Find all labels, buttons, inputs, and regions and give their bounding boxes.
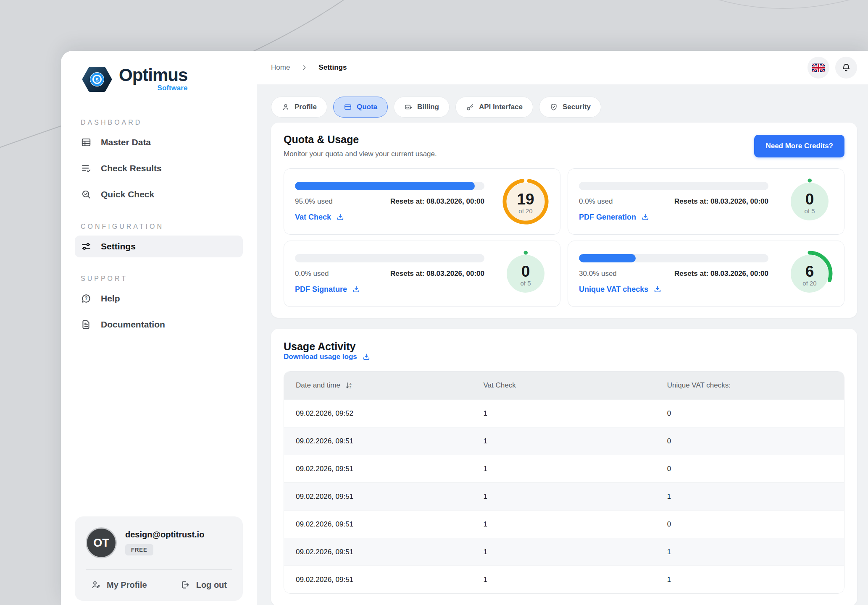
- cell-unique-vat: 0: [655, 409, 844, 418]
- quota-card-pdf-signature: 0.0% used Resets at: 08.03.2026, 00:00 P…: [284, 241, 560, 307]
- cell-vat-check: 1: [472, 409, 655, 418]
- brand-tagline: Software: [158, 84, 188, 92]
- resets-label: Resets at: 08.03.2026, 00:00: [674, 270, 768, 278]
- resets-label: Resets at: 08.03.2026, 00:00: [390, 197, 484, 206]
- my-profile-label: My Profile: [107, 580, 147, 590]
- logout-button[interactable]: Log out: [180, 580, 227, 590]
- sidebar-item-check-results[interactable]: Check Results: [75, 157, 243, 179]
- svg-text:0: 0: [521, 263, 530, 280]
- search-check-icon: [81, 189, 92, 200]
- quota-subtitle: Monitor your quota and view your current…: [284, 150, 437, 158]
- quota-ring-indicator: 0 of 5: [786, 178, 833, 225]
- cell-unique-vat: 0: [655, 437, 844, 445]
- svg-text:S: S: [95, 77, 98, 82]
- svg-text:of 20: of 20: [802, 280, 816, 287]
- sidebar-item-quick-check[interactable]: Quick Check: [75, 183, 243, 205]
- quota-ring-indicator: 6 of 20: [786, 250, 833, 297]
- quota-usage-card: Quota & Usage Monitor your quota and vie…: [271, 123, 857, 318]
- app-window: S Optimus Software DASHBOARD Master Data…: [61, 51, 868, 605]
- avatar[interactable]: OT: [86, 527, 117, 558]
- download-icon: [362, 353, 371, 361]
- tab-billing[interactable]: Billing: [394, 97, 450, 118]
- unique-vat-checks-download-link[interactable]: Unique VAT checks: [579, 285, 662, 294]
- quota-link-label: PDF Signature: [295, 285, 347, 294]
- vat-check-download-link[interactable]: Vat Check: [295, 213, 345, 222]
- sidebar-item-documentation[interactable]: Documentation: [75, 314, 243, 335]
- table-row: 09.02.2026, 09:51 1 0: [284, 455, 844, 482]
- tab-label: Profile: [295, 103, 317, 111]
- tab-label: API Interface: [479, 103, 523, 111]
- cell-date: 09.02.2026, 09:51: [284, 548, 472, 556]
- sidebar-item-settings[interactable]: Settings: [75, 236, 243, 257]
- brand-wordmark: Optimus Software: [119, 66, 187, 92]
- tab-quota[interactable]: Quota: [333, 97, 388, 118]
- svg-text:?: ?: [85, 296, 88, 301]
- progress-track: [579, 182, 768, 190]
- svg-text:of 5: of 5: [520, 280, 531, 287]
- tab-label: Security: [563, 103, 591, 111]
- resets-label: Resets at: 08.03.2026, 00:00: [390, 270, 484, 278]
- progress-track: [295, 254, 484, 262]
- table-row: 09.02.2026, 09:51 1 1: [284, 538, 844, 566]
- svg-text:A: A: [350, 382, 352, 386]
- used-percent-label: 0.0% used: [579, 197, 613, 206]
- logout-icon: [180, 580, 190, 590]
- svg-text:19: 19: [517, 191, 534, 208]
- cell-date: 09.02.2026, 09:51: [284, 492, 472, 501]
- main-area: Home Settings: [257, 51, 868, 605]
- cell-vat-check: 1: [472, 520, 655, 529]
- cell-date: 09.02.2026, 09:51: [284, 465, 472, 473]
- quota-card-vat-check: 95.0% used Resets at: 08.03.2026, 00:00 …: [284, 168, 560, 235]
- table-row: 09.02.2026, 09:51 1 1: [284, 566, 844, 593]
- usage-table: Date and time A Z Vat Check Unique VAT c…: [284, 371, 844, 594]
- tab-label: Quota: [357, 103, 377, 111]
- cell-unique-vat: 0: [655, 520, 844, 529]
- column-date-and-time[interactable]: Date and time A Z: [284, 381, 472, 390]
- tab-api-interface[interactable]: API Interface: [455, 97, 533, 118]
- help-bubble-icon: ?: [81, 293, 92, 304]
- quota-ring-indicator: 0 of 5: [502, 250, 549, 297]
- tab-security[interactable]: Security: [539, 97, 601, 118]
- progress-fill: [295, 182, 475, 190]
- used-percent-label: 95.0% used: [295, 197, 333, 206]
- sidebar-nav: DASHBOARD Master Data Check Results Quic…: [61, 119, 257, 340]
- download-icon: [641, 213, 650, 221]
- download-icon: [336, 213, 345, 221]
- logout-label: Log out: [196, 580, 227, 590]
- sidebar-item-help[interactable]: ? Help: [75, 288, 243, 309]
- my-profile-button[interactable]: My Profile: [91, 580, 147, 590]
- bell-icon: [841, 63, 851, 73]
- table-row: 09.02.2026, 09:52 1 0: [284, 399, 844, 427]
- download-icon: [352, 285, 360, 293]
- cell-date: 09.02.2026, 09:51: [284, 576, 472, 584]
- section-label-support: SUPPORT: [81, 275, 243, 283]
- column-vat-check: Vat Check: [472, 381, 655, 390]
- language-button[interactable]: [808, 57, 829, 79]
- sidebar-item-master-data[interactable]: Master Data: [75, 131, 243, 153]
- chevron-right-icon: [301, 64, 308, 71]
- sidebar: S Optimus Software DASHBOARD Master Data…: [61, 51, 257, 605]
- tab-profile[interactable]: Profile: [271, 97, 327, 118]
- table-row: 09.02.2026, 09:51 1 0: [284, 510, 844, 538]
- quota-grid: 95.0% used Resets at: 08.03.2026, 00:00 …: [284, 168, 844, 307]
- pdf-signature-download-link[interactable]: PDF Signature: [295, 285, 360, 294]
- breadcrumb-home[interactable]: Home: [271, 63, 290, 72]
- quota-link-label: Unique VAT checks: [579, 285, 648, 294]
- svg-text:6: 6: [805, 263, 814, 280]
- progress-fill: [579, 254, 636, 262]
- brand-logo[interactable]: S Optimus Software: [61, 51, 257, 93]
- svg-text:Z: Z: [350, 385, 352, 389]
- user-email: design@optitrust.io: [125, 530, 204, 540]
- usage-activity-title: Usage Activity: [284, 340, 844, 353]
- notifications-button[interactable]: [835, 57, 857, 79]
- sidebar-item-label: Settings: [101, 241, 136, 251]
- download-icon: [653, 285, 662, 293]
- top-bar: Home Settings: [257, 51, 868, 84]
- quota-card-unique-vat-checks: 30.0% used Resets at: 08.03.2026, 00:00 …: [568, 241, 844, 307]
- need-more-credits-button[interactable]: Need More Credits?: [754, 135, 844, 157]
- pdf-generation-download-link[interactable]: PDF Generation: [579, 213, 650, 222]
- cell-vat-check: 1: [472, 548, 655, 556]
- uk-flag-icon: [812, 63, 825, 72]
- download-usage-logs-link[interactable]: Download usage logs: [284, 353, 371, 361]
- usage-table-header: Date and time A Z Vat Check Unique VAT c…: [284, 372, 844, 399]
